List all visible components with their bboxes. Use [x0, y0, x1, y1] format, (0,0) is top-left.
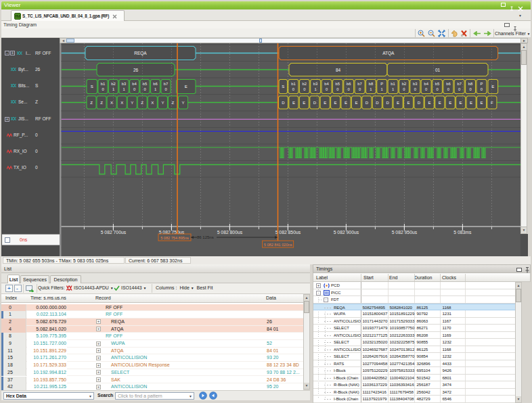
svg-text:b5: b5	[336, 82, 340, 86]
svg-text:0: 0	[436, 87, 438, 91]
svg-text:E: E	[470, 101, 472, 105]
svg-text:0: 0	[425, 87, 427, 91]
svg-text:5 083ms: 5 083ms	[453, 230, 472, 235]
svg-text:1: 1	[314, 87, 316, 91]
svg-text:b4: b4	[324, 82, 329, 86]
svg-text:b2: b2	[303, 82, 307, 86]
svg-text:X: X	[151, 101, 154, 105]
svg-text:E: E	[334, 101, 337, 105]
svg-text:P: P	[480, 82, 483, 86]
svg-text:0: 0	[348, 87, 350, 91]
svg-text:0: 0	[292, 87, 294, 91]
svg-text:ATQA: ATQA	[382, 51, 395, 56]
svg-text:1: 1	[154, 87, 156, 91]
svg-text:0: 0	[164, 87, 167, 91]
svg-text:X: X	[120, 101, 123, 105]
svg-text:E: E	[345, 101, 347, 105]
svg-text:0: 0	[133, 87, 135, 91]
svg-text:E: E	[491, 85, 494, 89]
svg-text:Z: Z	[141, 101, 143, 105]
svg-text:E: E	[428, 101, 430, 105]
svg-text:E: E	[460, 101, 462, 105]
svg-text:b5: b5	[143, 82, 147, 86]
svg-text:5 082 754 895ns: 5 082 754 895ns	[160, 236, 189, 240]
svg-text:84: 84	[336, 68, 341, 72]
svg-text:5 082 700us: 5 082 700us	[101, 230, 127, 235]
svg-text:b3: b3	[413, 82, 417, 86]
svg-text:b6: b6	[153, 82, 157, 86]
svg-text:b7: b7	[457, 82, 461, 86]
svg-text:b4: b4	[132, 82, 137, 86]
svg-text:01: 01	[435, 68, 441, 72]
svg-text:5 082 850us: 5 082 850us	[275, 230, 301, 235]
svg-text:Z: Z	[90, 101, 93, 105]
svg-text:Y: Y	[131, 101, 133, 105]
svg-text:E: E	[449, 101, 451, 105]
svg-text:0: 0	[326, 87, 328, 91]
svg-text:1: 1	[381, 87, 383, 91]
svg-text:b8: b8	[468, 82, 472, 86]
svg-text:E: E	[480, 101, 483, 105]
svg-text:REQA: REQA	[134, 51, 147, 56]
svg-text:D: D	[313, 101, 317, 105]
svg-text:b1: b1	[391, 82, 395, 86]
svg-text:E: E	[397, 101, 399, 105]
svg-text:1: 1	[370, 87, 372, 91]
svg-text:Y: Y	[161, 101, 164, 105]
svg-text:b6: b6	[347, 82, 351, 86]
svg-text:b1: b1	[101, 82, 105, 86]
svg-text:E: E	[303, 101, 305, 105]
svg-text:0: 0	[143, 87, 146, 91]
svg-text:D: D	[282, 101, 285, 105]
svg-text:0: 0	[336, 87, 338, 91]
svg-text:1: 1	[112, 87, 114, 91]
svg-text:P: P	[380, 82, 383, 86]
svg-text:0: 0	[403, 87, 405, 91]
svg-text:b7: b7	[357, 82, 361, 86]
svg-text:b2: b2	[402, 82, 406, 86]
svg-text:1: 1	[123, 87, 125, 91]
svg-text:E: E	[185, 85, 187, 89]
svg-text:F: F	[491, 101, 493, 105]
svg-text:b4: b4	[424, 82, 428, 86]
svg-text:26: 26	[133, 68, 139, 72]
svg-text:D: D	[376, 101, 379, 105]
svg-text:b3: b3	[313, 82, 317, 86]
svg-text:S: S	[91, 85, 93, 89]
svg-text:Z: Z	[172, 101, 175, 105]
svg-text:Y: Y	[181, 101, 184, 105]
svg-text:E: E	[355, 101, 357, 105]
svg-text:0: 0	[102, 87, 104, 91]
svg-text:5 082 800us: 5 082 800us	[217, 230, 243, 235]
svg-text:b6: b6	[446, 82, 450, 86]
svg-text:0: 0	[303, 87, 305, 91]
svg-text:X: X	[110, 101, 113, 105]
svg-text:5 082 750us: 5 082 750us	[159, 230, 185, 235]
svg-text:E: E	[324, 101, 326, 105]
svg-text:E: E	[292, 101, 295, 105]
svg-text:5 082 950us: 5 082 950us	[392, 230, 418, 235]
svg-text:b1: b1	[291, 82, 295, 86]
svg-text:D: D	[386, 101, 390, 105]
svg-text:1: 1	[392, 87, 394, 91]
svg-text:b7: b7	[164, 82, 168, 86]
svg-text:b5: b5	[435, 82, 439, 86]
svg-text:0: 0	[447, 87, 449, 91]
svg-text:b3: b3	[122, 82, 126, 86]
svg-text:0: 0	[359, 87, 361, 91]
svg-text:5 082 841 020ns: 5 082 841 020ns	[264, 243, 292, 247]
svg-text:0: 0	[469, 87, 471, 91]
svg-text:E: E	[407, 101, 409, 105]
svg-text:0: 0	[458, 87, 460, 91]
svg-text:5 082 900us: 5 082 900us	[334, 230, 359, 235]
svg-text:b2: b2	[111, 82, 115, 86]
svg-text:Z: Z	[100, 101, 103, 105]
svg-text:S: S	[282, 85, 284, 89]
svg-text:E: E	[439, 101, 441, 105]
svg-text:b8: b8	[369, 82, 373, 86]
svg-text:0: 0	[414, 87, 416, 91]
svg-text:86 125ns: 86 125ns	[197, 235, 214, 239]
svg-text:0: 0	[481, 87, 483, 91]
svg-text:D: D	[418, 101, 421, 105]
svg-text:D: D	[365, 101, 369, 105]
